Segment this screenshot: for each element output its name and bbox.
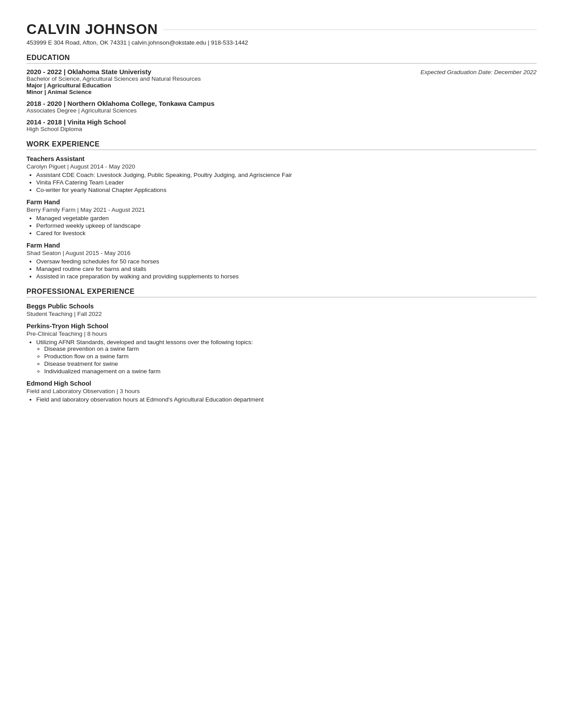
edu-osu-major: Major | Agricultural Education [26, 82, 537, 89]
job-bullet-2-1: Managed vegetable garden [36, 215, 537, 221]
job-bullets-2: Managed vegetable garden Performed weekl… [36, 215, 537, 236]
prof-bullets-3: Field and laboratory observation hours a… [36, 396, 537, 403]
job-bullet-1-1: Assistant CDE Coach: Livestock Judging, … [36, 172, 537, 178]
prof-sub-bullet-2-2: Production flow on a swine farm [44, 353, 537, 360]
prof-bullet-3-1: Field and laboratory observation hours a… [36, 396, 537, 403]
edu-osu-minor: Minor | Animal Science [26, 89, 537, 95]
edu-osu-title: 2020 - 2022 | Oklahoma State Univeristy [26, 68, 151, 75]
prof-entry-perkins: Perkins-Tryon High School Pre-Clinical T… [26, 323, 537, 375]
prof-entry-edmond: Edmond High School Field and Laboratory … [26, 380, 537, 403]
edu-osu-degree: Bachelor of Science, Agricultural Scienc… [26, 75, 537, 82]
prof-entry-beggs: Beggs Public Schools Student Teaching | … [26, 303, 537, 317]
job-bullet-3-2: Managed routine care for barns and stall… [36, 266, 537, 272]
work-experience-header: WORK EXPERIENCE [26, 140, 537, 150]
prof-org-title-1: Beggs Public Schools [26, 303, 537, 310]
contact-info: 453999 E 304 Road, Afton, OK 74331 | cal… [26, 39, 537, 46]
prof-bullet-2-1: Utilizing AFNR Standards, developed and … [36, 339, 537, 375]
prof-sub-bullets-2: Disease prevention on a swine farm Produ… [44, 345, 537, 375]
prof-sub-bullet-2-1: Disease prevention on a swine farm [44, 345, 537, 352]
job-bullet-3-3: Assisted in race preparation by walking … [36, 273, 537, 280]
job-title-1: Teachers Assistant [26, 155, 537, 162]
edu-vinita-title: 2014 - 2018 | Vinita High School [26, 118, 126, 126]
prof-org-sub-1: Student Teaching | Fall 2022 [26, 311, 537, 317]
prof-bullets-2: Utilizing AFNR Standards, developed and … [36, 339, 537, 375]
job-entry-farm-hand-shad: Farm Hand Shad Seaton | August 2015 - Ma… [26, 242, 537, 280]
prof-sub-bullet-2-3: Disease treatment for swine [44, 360, 537, 367]
job-employer-2: Berry Family Farm | May 2021 - August 20… [26, 206, 537, 213]
prof-org-title-2: Perkins-Tryon High School [26, 323, 537, 330]
job-bullet-1-2: Vinita FFA Catering Team Leader [36, 179, 537, 186]
job-employer-1: Carolyn Piguet | August 2014 - May 2020 [26, 163, 537, 170]
job-bullet-2-2: Performed weekly upkeep of landscape [36, 222, 537, 229]
edu-vinita-degree: High School Diploma [26, 126, 537, 132]
job-bullets-3: Oversaw feeding schedules for 50 race ho… [36, 258, 537, 280]
edu-entry-vinita: 2014 - 2018 | Vinita High School High Sc… [26, 118, 537, 132]
prof-sub-bullet-2-4: Individualized management on a swine far… [44, 368, 537, 375]
job-bullet-3-1: Oversaw feeding schedules for 50 race ho… [36, 258, 537, 265]
edu-entry-osu: 2020 - 2022 | Oklahoma State Univeristy … [26, 68, 537, 95]
prof-org-sub-2: Pre-Clinical Teaching | 8 hours [26, 330, 537, 337]
job-title-2: Farm Hand [26, 199, 537, 206]
job-bullets-1: Assistant CDE Coach: Livestock Judging, … [36, 172, 537, 193]
full-name: CALVIN JOHNSON [26, 21, 158, 38]
prof-org-sub-3: Field and Laboratory Observation | 3 hou… [26, 388, 537, 394]
prof-org-title-3: Edmond High School [26, 380, 537, 387]
job-bullet-2-3: Cared for livestock [36, 230, 537, 236]
job-entry-teachers-assistant: Teachers Assistant Carolyn Piguet | Augu… [26, 155, 537, 193]
job-employer-3: Shad Seaton | August 2015 - May 2016 [26, 250, 537, 256]
professional-experience-header: PROFESSIONAL EXPERIENCE [26, 288, 537, 297]
edu-noc-degree: Associates Degree | Agricultural Science… [26, 107, 537, 114]
education-header: EDUCATION [26, 54, 537, 64]
edu-entry-noc: 2018 - 2020 | Northern Oklahoma College,… [26, 100, 537, 114]
edu-noc-title: 2018 - 2020 | Northern Oklahoma College,… [26, 100, 215, 107]
job-bullet-1-3: Co-writer for yearly National Chapter Ap… [36, 187, 537, 193]
job-entry-farm-hand-berry: Farm Hand Berry Family Farm | May 2021 -… [26, 199, 537, 236]
job-title-3: Farm Hand [26, 242, 537, 249]
name-row: CALVIN JOHNSON [26, 21, 537, 38]
edu-osu-graduation: Expected Graduation Date: December 2022 [420, 69, 537, 75]
name-divider [163, 30, 537, 30]
